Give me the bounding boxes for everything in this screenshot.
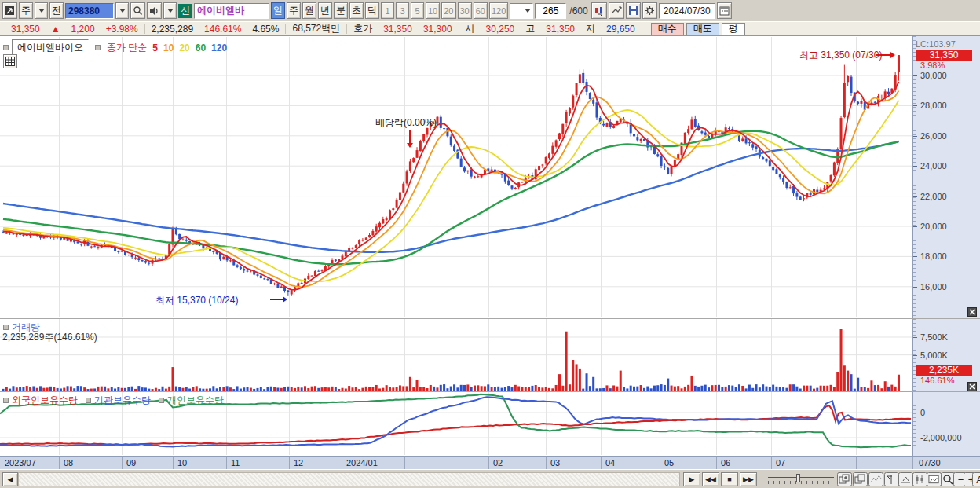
axis-tick	[913, 166, 917, 167]
play-button[interactable]: ▶	[683, 472, 700, 486]
fast-forward-button[interactable]: ▶▶	[740, 472, 757, 486]
axis-label: -2,000,000	[920, 432, 962, 443]
axis-separator	[546, 457, 547, 470]
interval-30-button[interactable]: 30	[458, 2, 472, 19]
tab-monthly[interactable]: 월	[302, 2, 316, 19]
interval-10-button[interactable]: 10	[426, 2, 440, 19]
sell-button[interactable]: 매도	[686, 23, 719, 35]
close-holdings-pane-button[interactable]	[967, 382, 977, 391]
code-dropdown[interactable]	[115, 2, 129, 19]
open-price: 30,250	[486, 24, 515, 35]
date-field[interactable]: 2024/07/30	[659, 3, 715, 19]
crosshair-tool-button[interactable]	[884, 472, 899, 486]
magnifier-icon	[942, 474, 954, 486]
slider-thumb[interactable]	[796, 474, 800, 482]
candle-tool-button[interactable]	[912, 472, 927, 486]
search-button[interactable]	[130, 2, 145, 19]
axis-separator	[404, 457, 405, 470]
x-axis-label: 12	[294, 458, 303, 468]
axis-tick	[913, 355, 917, 356]
week-mode-button[interactable]: 주	[19, 2, 33, 19]
trendline-tool-button[interactable]	[609, 2, 624, 19]
axis-tick	[913, 413, 917, 413]
interval-1-button[interactable]: 1	[381, 2, 394, 19]
tab-tick[interactable]: 틱	[365, 2, 379, 19]
rewind-button[interactable]: ◀◀	[702, 472, 719, 486]
close-volume-pane-button[interactable]	[967, 307, 977, 317]
bullet-icon	[3, 45, 9, 50]
interval-combo[interactable]	[510, 3, 533, 19]
sound-button[interactable]	[147, 2, 162, 19]
popout-chart-icon	[5, 6, 15, 16]
x-axis-label: 02	[493, 458, 503, 468]
institution-holdings-label: 기관보유수량	[94, 394, 151, 407]
calendar-icon	[719, 6, 730, 16]
popout-chart-button[interactable]	[2, 2, 17, 19]
candle-shift-button[interactable]	[591, 2, 607, 19]
tab-minute[interactable]: 분	[334, 2, 348, 19]
stop-button[interactable]: ■	[721, 472, 738, 486]
settings-button[interactable]	[642, 2, 657, 19]
current-price-pct: 3.98%	[920, 61, 945, 70]
tab-weekly[interactable]: 주	[287, 2, 301, 19]
close-icon	[969, 383, 975, 390]
ma10-legend: 10	[163, 42, 174, 53]
axis-separator	[716, 457, 717, 470]
calendar-button[interactable]	[717, 2, 732, 19]
top-toolbar: 주 전 신 에이비엘바 일 주 월 년 분 초 틱 1 3 5 10 20 30…	[0, 0, 980, 21]
axis-tick	[913, 287, 917, 288]
tab-daily[interactable]: 일	[271, 2, 285, 19]
axis-tick	[913, 226, 917, 227]
interval-60-button[interactable]: 60	[474, 2, 488, 19]
axis-label: 0	[920, 407, 925, 418]
mini-candles-icon	[914, 474, 926, 485]
peak-tool-button[interactable]	[898, 472, 913, 486]
scroll-left-button[interactable]: ◀	[2, 472, 18, 486]
axis-label: 22,000	[920, 191, 947, 202]
tab-yearly[interactable]: 년	[318, 2, 332, 19]
axis-separator	[856, 457, 857, 470]
snapshot-button[interactable]	[927, 472, 942, 486]
pattern-button[interactable]	[868, 472, 883, 486]
turnover-ratio: 4.65%	[252, 24, 279, 35]
chart-title: 에이비엘바이오	[12, 39, 89, 56]
interval-5-button[interactable]: 5	[411, 2, 424, 19]
overlay-button[interactable]	[853, 472, 868, 486]
x-axis-label: 2023/07	[5, 458, 36, 468]
pane-divider[interactable]	[0, 318, 980, 319]
interval-3-button[interactable]: 3	[396, 2, 409, 19]
chevron-down-icon	[38, 9, 45, 13]
compare-add-button[interactable]	[837, 472, 852, 486]
data-grid-button[interactable]	[3, 54, 17, 68]
stock-name-field[interactable]: 에이비엘바	[194, 3, 269, 19]
stock-code-input[interactable]	[65, 3, 114, 19]
x-axis-label: 07	[776, 458, 785, 468]
bullet-icon	[3, 325, 9, 330]
tab-second[interactable]: 초	[349, 2, 364, 19]
candlestick-chart[interactable]	[0, 36, 912, 456]
crosshair-icon	[886, 474, 898, 485]
save-button[interactable]	[626, 2, 641, 19]
compare-add-icon	[839, 474, 850, 485]
interval-120-button[interactable]: 120	[489, 2, 508, 19]
bar-count-input[interactable]	[535, 3, 566, 19]
x-axis-label: 03	[550, 458, 560, 468]
interval-20-button[interactable]: 20	[441, 2, 455, 19]
axis-tick	[913, 337, 917, 338]
pane-divider[interactable]	[0, 391, 980, 392]
x-axis-label: 2024/01	[346, 458, 378, 468]
font-size-button[interactable]: A	[972, 472, 980, 486]
buy-button[interactable]: 매수	[651, 23, 684, 35]
horizontal-scrollbar[interactable]	[18, 472, 680, 486]
prev-stock-button[interactable]: 전	[49, 2, 64, 19]
axis-tick	[913, 256, 917, 257]
zoom-slider[interactable]	[768, 474, 834, 485]
volume-value: 2,235,289	[152, 24, 193, 35]
week-mode-dropdown[interactable]	[35, 2, 48, 19]
pattern-icon	[870, 474, 882, 485]
avg-button[interactable]: 평	[722, 23, 745, 35]
axis-separator	[342, 457, 342, 470]
sound-dropdown[interactable]	[163, 2, 177, 19]
current-volume-pct: 146.61%	[920, 376, 954, 385]
chart-plot-area[interactable]: 배당락(0.00%)최저 15,370 (10/24)최고 31,350 (07…	[0, 36, 980, 456]
